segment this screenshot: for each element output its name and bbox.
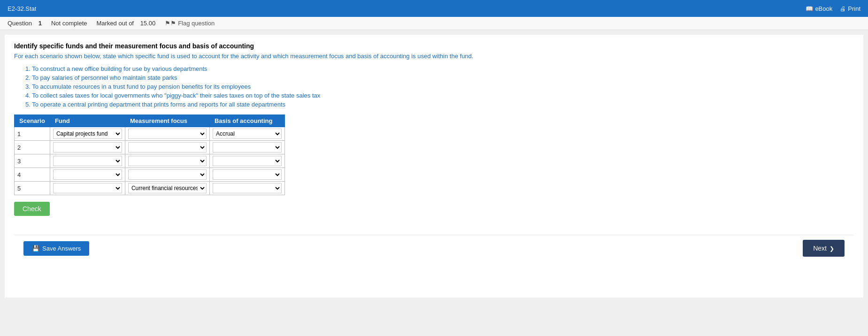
question-number-item: Question 1: [8, 20, 42, 27]
table-row: 3Capital projects fundSpecial revenue fu…: [15, 154, 285, 168]
basis-cell: AccrualModified accrualCash: [209, 154, 284, 168]
question-number: 1: [38, 20, 42, 27]
check-button[interactable]: Check: [14, 202, 50, 216]
save-icon: [32, 245, 39, 252]
table-row: 2Capital projects fundSpecial revenue fu…: [15, 141, 285, 154]
scenario-cell: 2: [15, 141, 50, 154]
scenario-list-item: 4. To collect sales taxes for local gove…: [14, 91, 854, 100]
basis-select[interactable]: AccrualModified accrualCash: [213, 142, 282, 153]
question-status: Not complete: [51, 20, 87, 27]
measurement-cell: Current financial resourcesEconomic reso…: [125, 141, 209, 154]
scenario-list-item: 3. To accumulate resources in a trust fu…: [14, 82, 854, 91]
table-body: 1Capital projects fundSpecial revenue fu…: [15, 127, 285, 195]
next-arrow-icon: [830, 244, 834, 252]
table-row: 5Capital projects fundSpecial revenue fu…: [15, 182, 285, 195]
scenario-list: 1. To construct a new office building fo…: [14, 64, 854, 109]
basis-select[interactable]: AccrualModified accrualCash: [213, 156, 282, 166]
next-button[interactable]: Next: [803, 240, 845, 257]
fund-select[interactable]: Capital projects fundSpecial revenue fun…: [53, 129, 122, 139]
measurement-select[interactable]: Current financial resourcesEconomic reso…: [128, 142, 207, 153]
fund-select[interactable]: Capital projects fundSpecial revenue fun…: [53, 142, 122, 153]
measurement-select[interactable]: Current financial resourcesEconomic reso…: [128, 169, 207, 180]
fund-select[interactable]: Capital projects fundSpecial revenue fun…: [53, 169, 122, 180]
basis-cell: AccrualModified accrualCash: [209, 182, 284, 195]
fund-select[interactable]: Capital projects fundSpecial revenue fun…: [53, 183, 122, 193]
footer-area: [0, 302, 868, 330]
bottom-bar: Save Answers Next: [14, 235, 854, 261]
scenario-list-item: 1. To construct a new office building fo…: [14, 64, 854, 73]
col-header-fund: Fund: [50, 115, 125, 127]
question-title: Identify specific funds and their measur…: [14, 42, 854, 50]
scenario-cell: 3: [15, 154, 50, 168]
marked-out-of: Marked out of 15.00: [97, 20, 156, 27]
flag-icon: ⚑: [165, 20, 176, 27]
measurement-select[interactable]: Current financial resourcesEconomic reso…: [128, 183, 207, 193]
basis-select[interactable]: AccrualModified accrualCash: [213, 169, 282, 180]
scenario-list-item: 5. To operate a central printing departm…: [14, 100, 854, 109]
ebook-button[interactable]: eBook: [806, 5, 832, 12]
print-icon: [840, 5, 846, 12]
fund-cell: Capital projects fundSpecial revenue fun…: [50, 141, 125, 154]
top-bar-actions: eBook Print: [806, 5, 860, 12]
table-row: 4Capital projects fundSpecial revenue fu…: [15, 168, 285, 182]
table-row: 1Capital projects fundSpecial revenue fu…: [15, 127, 285, 141]
save-answers-button[interactable]: Save Answers: [23, 241, 89, 256]
top-bar: E2-32.Stat eBook Print: [0, 0, 868, 17]
basis-select[interactable]: AccrualModified accrualCash: [213, 183, 282, 193]
flag-question-button[interactable]: ⚑ Flag question: [165, 20, 215, 27]
measurement-select[interactable]: Current financial resourcesEconomic reso…: [128, 156, 207, 166]
scenario-cell: 5: [15, 182, 50, 195]
book-icon: [806, 5, 813, 12]
main-content: Identify specific funds and their measur…: [5, 35, 863, 298]
print-button[interactable]: Print: [840, 5, 860, 12]
fund-cell: Capital projects fundSpecial revenue fun…: [50, 182, 125, 195]
measurement-cell: Current financial resourcesEconomic reso…: [125, 154, 209, 168]
meta-bar: Question 1 Not complete Marked out of 15…: [0, 17, 868, 30]
fund-cell: Capital projects fundSpecial revenue fun…: [50, 127, 125, 141]
scenario-cell: 1: [15, 127, 50, 141]
col-header-scenario: Scenario: [15, 115, 50, 127]
measurement-cell: Current financial resourcesEconomic reso…: [125, 127, 209, 141]
col-header-measurement: Measurement focus: [125, 115, 209, 127]
measurement-select[interactable]: Current financial resourcesEconomic reso…: [128, 129, 207, 139]
question-instructions: For each scenario shown below, state whi…: [14, 53, 854, 60]
fund-select[interactable]: Capital projects fundSpecial revenue fun…: [53, 156, 122, 166]
basis-cell: AccrualModified accrualCash: [209, 127, 284, 141]
fund-cell: Capital projects fundSpecial revenue fun…: [50, 168, 125, 182]
answer-table: Scenario Fund Measurement focus Basis of…: [14, 115, 285, 195]
basis-select[interactable]: AccrualModified accrualCash: [213, 129, 282, 139]
basis-cell: AccrualModified accrualCash: [209, 168, 284, 182]
fund-cell: Capital projects fundSpecial revenue fun…: [50, 154, 125, 168]
measurement-cell: Current financial resourcesEconomic reso…: [125, 168, 209, 182]
col-header-basis: Basis of accounting: [209, 115, 284, 127]
measurement-cell: Current financial resourcesEconomic reso…: [125, 182, 209, 195]
app-title: E2-32.Stat: [8, 5, 36, 12]
basis-cell: AccrualModified accrualCash: [209, 141, 284, 154]
scenario-list-item: 2. To pay salaries of personnel who main…: [14, 73, 854, 82]
scenario-cell: 4: [15, 168, 50, 182]
